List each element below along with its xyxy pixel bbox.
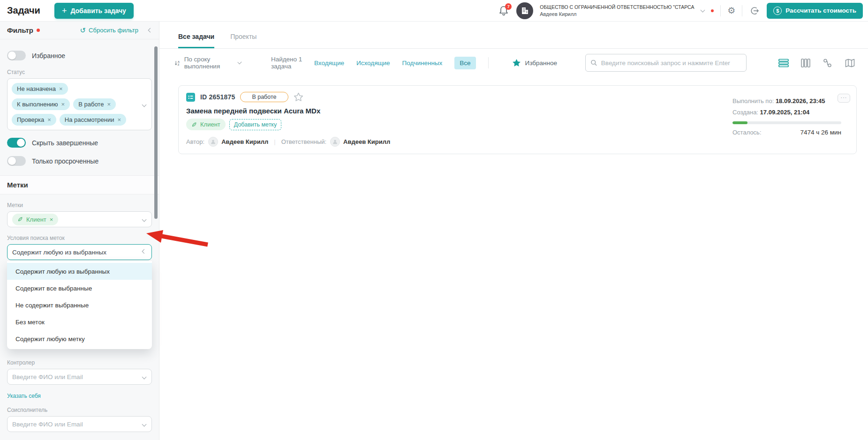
remove-chip-icon[interactable]: ×: [50, 216, 53, 223]
labels-multiselect[interactable]: Клиент ×: [7, 211, 152, 227]
remove-chip-icon[interactable]: ×: [61, 101, 65, 107]
chevron-down-icon[interactable]: [142, 217, 147, 222]
toggle-off[interactable]: [7, 156, 26, 166]
add-label-button[interactable]: Добавить метку: [229, 119, 281, 130]
responsible-label: Ответственный:: [281, 138, 326, 145]
chevron-down-icon[interactable]: [142, 102, 147, 107]
task-more-button[interactable]: ···: [838, 94, 850, 103]
plus-icon: +: [62, 7, 67, 15]
search-input[interactable]: [601, 54, 741, 71]
top-header: Задачи + Добавить задачу 7 ОБЩЕСТВО С ОГ…: [0, 0, 868, 22]
labels-section-header: Метки: [0, 175, 159, 194]
sort-dropdown[interactable]: A Z По сроку выполнения: [174, 56, 241, 70]
add-task-button[interactable]: + Добавить задачу: [54, 3, 134, 19]
chevron-down-icon[interactable]: [142, 422, 147, 427]
chevron-down-icon[interactable]: [142, 375, 147, 380]
dropdown-option[interactable]: Содержит все выбранные: [7, 280, 152, 297]
list-view-icon[interactable]: [778, 59, 789, 67]
status-chip[interactable]: К выполнению×: [12, 98, 70, 110]
avatar: [208, 137, 218, 147]
dollar-icon: $: [773, 7, 782, 15]
controller-select[interactable]: [7, 369, 152, 385]
task-card[interactable]: ID 2651875 В работе Замена передней подв…: [178, 85, 857, 154]
time-progress-bar: [732, 121, 841, 124]
dropdown-option[interactable]: Без меток: [7, 313, 152, 330]
favorites-toggle[interactable]: Избранное: [7, 51, 152, 60]
gear-icon[interactable]: ⚙: [727, 6, 735, 15]
hide-completed-toggle[interactable]: Скрыть завершенные: [7, 138, 152, 148]
tag-leaf-icon: [191, 122, 197, 127]
divider: |: [274, 138, 275, 145]
scope-all[interactable]: Все: [454, 57, 476, 69]
label-condition-field-label: Условия поиска меток: [7, 235, 152, 241]
toggle-on[interactable]: [7, 138, 26, 148]
scope-subordinates[interactable]: Подчиненных: [402, 60, 443, 67]
kanban-view-icon[interactable]: [801, 59, 810, 67]
status-chip[interactable]: В работе×: [73, 98, 116, 110]
scope-incoming[interactable]: Входящие: [314, 60, 344, 67]
due-label: Выполнить по:: [732, 97, 774, 104]
label-chip[interactable]: Клиент ×: [12, 214, 58, 225]
calculate-cost-label: Рассчитать стоимость: [785, 7, 856, 14]
remove-chip-icon[interactable]: ×: [47, 117, 51, 123]
status-chip[interactable]: Не назначена×: [12, 83, 68, 95]
dropdown-option[interactable]: Содержит любую метку: [7, 330, 152, 347]
chevron-down-icon[interactable]: [701, 7, 705, 12]
coexecutor-input[interactable]: [12, 417, 137, 432]
svg-text:Z: Z: [178, 63, 180, 66]
divider: [720, 5, 721, 16]
task-status-badge[interactable]: В работе: [240, 92, 288, 102]
collapse-sidebar-icon[interactable]: [148, 28, 153, 33]
reset-filter-button[interactable]: ↺ Сбросить фильтр: [80, 26, 138, 35]
label-condition-select[interactable]: Содержит любую из выбранных: [7, 244, 152, 260]
filter-title: Фильтр: [7, 26, 40, 34]
created-value: 17.09.2025, 21:04: [760, 109, 810, 116]
status-multiselect[interactable]: Не назначена× К выполнению× В работе× Пр…: [7, 78, 152, 130]
map-view-icon[interactable]: [845, 59, 855, 67]
remove-chip-icon[interactable]: ×: [59, 86, 63, 92]
building-icon: [521, 7, 529, 15]
dropdown-option[interactable]: Не содержит выбранные: [7, 297, 152, 313]
star-icon: [512, 59, 521, 67]
notifications-button[interactable]: 7: [498, 5, 510, 16]
task-label-chip[interactable]: Клиент: [186, 119, 226, 130]
toggle-off[interactable]: [7, 51, 26, 60]
search-icon: [590, 59, 597, 67]
page-title: Задачи: [7, 5, 40, 16]
found-count: Найдено 1 задача: [271, 56, 314, 70]
status-chip[interactable]: На рассмотрении×: [60, 114, 126, 126]
author-person[interactable]: Авдеев Кирилл: [208, 137, 268, 147]
filter-sidebar: Фильтр ↺ Сбросить фильтр Избранное Стату…: [0, 22, 159, 440]
company-name: ОБЩЕСТВО С ОГРАНИЧЕННОЙ ОТВЕТСТВЕННОСТЬЮ…: [540, 4, 694, 10]
tabs-bar: Все задачи Проекты: [159, 22, 868, 49]
dropdown-option[interactable]: Содержит любую из выбранных: [7, 263, 152, 280]
labels-field-label: Метки: [7, 202, 152, 209]
search-box[interactable]: [585, 54, 747, 72]
responsible-person[interactable]: Авдеев Кирилл: [330, 137, 390, 147]
status-chip[interactable]: Проверка×: [12, 114, 56, 126]
divider: [488, 57, 489, 68]
logout-icon[interactable]: [749, 6, 760, 16]
only-overdue-toggle[interactable]: Только просроченные: [7, 156, 152, 166]
sidebar-scrollbar[interactable]: [154, 46, 158, 219]
calculate-cost-button[interactable]: $ Рассчитать стоимость: [767, 3, 863, 19]
account-info[interactable]: ОБЩЕСТВО С ОГРАНИЧЕННОЙ ОТВЕТСТВЕННОСТЬЮ…: [540, 4, 694, 17]
chevron-down-icon: [238, 60, 242, 64]
controller-input[interactable]: [12, 369, 137, 384]
assign-self-link[interactable]: Указать себя: [7, 393, 41, 399]
star-outline-icon[interactable]: [294, 92, 303, 102]
chevron-left-icon[interactable]: [142, 249, 147, 254]
notification-badge: 7: [505, 3, 512, 10]
gantt-view-icon[interactable]: [823, 59, 833, 67]
tab-projects[interactable]: Проекты: [230, 33, 257, 48]
coexecutor-select[interactable]: [7, 416, 152, 432]
task-title[interactable]: Замена передней подвески Acura MDx: [186, 107, 390, 115]
remove-chip-icon[interactable]: ×: [118, 117, 121, 123]
tab-all-tasks[interactable]: Все задачи: [178, 33, 214, 48]
favorites-filter[interactable]: Избранное: [512, 59, 557, 67]
status-dot: [711, 9, 714, 12]
scope-outgoing[interactable]: Исходящие: [356, 60, 390, 67]
user-avatar[interactable]: [516, 2, 533, 19]
remove-chip-icon[interactable]: ×: [107, 101, 111, 107]
svg-text:A: A: [178, 60, 180, 63]
